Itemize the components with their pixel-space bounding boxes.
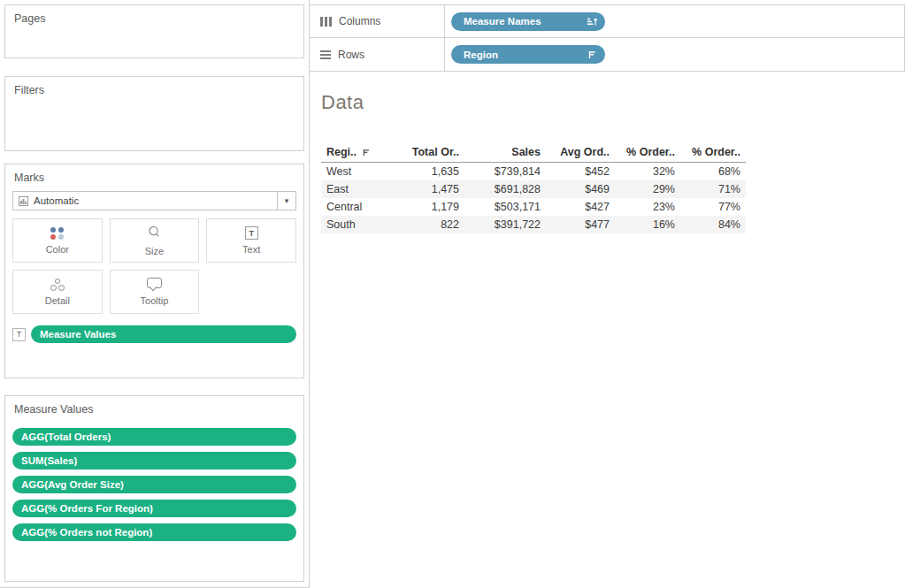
table-cell[interactable]: 1,475 [388,180,464,198]
sort-ascending-icon[interactable] [587,17,597,27]
table-cell[interactable]: $503,171 [464,198,546,216]
table-cell[interactable]: $477 [546,216,615,233]
table-header-cell[interactable]: % Order.. [680,144,746,163]
measure-values-label: Measure Values [5,396,303,428]
text-encoding-row: T Measure Values [12,325,296,343]
rows-shelf-label: Rows [310,38,445,71]
table-header-cell[interactable]: Avg Ord.. [546,144,615,163]
measure-value-pill[interactable]: AGG(% Orders For Region) [12,500,296,517]
pages-label: Pages [5,5,303,25]
rows-shelf: Rows Region [310,38,905,72]
marks-label: Marks [5,164,303,184]
size-icon [148,225,160,241]
text-icon: T [245,226,258,240]
table-header-cell[interactable]: % Order.. [615,144,680,163]
mark-type-value: Automatic [28,195,277,206]
table-cell[interactable]: 822 [388,216,464,233]
table-header-cell-region[interactable]: Regi.. [321,144,388,163]
sheet-title: Data [321,91,905,114]
dropdown-arrow-icon[interactable]: ▾ [277,192,295,210]
table-header-cell[interactable]: Total Or.. [388,144,464,163]
sort-icon[interactable] [363,149,371,157]
table-cell[interactable]: 16% [615,216,680,233]
tooltip-button[interactable]: Tooltip [110,270,200,314]
data-table: Regi.. Total Or.. Sales Avg Ord.. % Orde… [321,144,746,233]
pages-shelf[interactable]: Pages [4,4,304,58]
sort-icon[interactable] [588,50,597,59]
tableau-workspace: Pages Filters Marks Automatic ▾ Color [0,0,905,588]
size-button[interactable]: Size [110,218,200,263]
pill-label: Measure Names [464,16,541,27]
measure-value-pill[interactable]: AGG(Avg Order Size) [12,476,296,493]
table-cell[interactable]: $452 [546,163,615,181]
columns-shelf-drop-zone[interactable]: Measure Names [445,5,904,37]
text-encoding-icon: T [12,328,26,341]
sheet-canvas: Data Regi.. [310,72,905,588]
table-cell[interactable]: $691,828 [464,180,546,198]
text-button[interactable]: T Text [206,218,296,263]
table-cell[interactable]: Central [321,198,388,216]
table-cell[interactable]: South [321,216,388,233]
table-cell[interactable]: 32% [615,163,680,181]
filters-shelf[interactable]: Filters [4,76,304,151]
table-row: Central 1,179 $503,171 $427 23% 77% [321,198,746,216]
filters-label: Filters [5,77,303,96]
table-row: West 1,635 $739,814 $452 32% 68% [321,163,746,181]
columns-shelf-label: Columns [310,5,445,37]
table-cell[interactable]: $391,722 [464,216,546,233]
table-cell[interactable]: 68% [680,163,746,181]
measure-names-pill[interactable]: Measure Names [451,12,605,31]
measure-value-pill[interactable]: AGG(% Orders not Region) [12,523,296,541]
table-cell[interactable]: $427 [546,198,615,216]
tooltip-icon [147,278,162,288]
table-cell[interactable]: East [321,180,388,198]
columns-icon [320,17,332,27]
measure-value-pill[interactable]: SUM(Sales) [12,452,296,470]
table-row: East 1,475 $691,828 $469 29% 71% [321,180,746,198]
detail-icon [50,279,65,291]
marks-button-grid: Color Size T Text Detai [12,218,296,314]
measure-values-pill[interactable]: Measure Values [31,325,296,343]
mark-type-dropdown[interactable]: Automatic ▾ [12,191,296,210]
table-cell[interactable]: 71% [680,180,746,198]
region-pill[interactable]: Region [451,45,605,64]
table-cell[interactable]: 23% [615,198,680,216]
table-header-cell[interactable]: Sales [464,144,546,163]
marks-card: Marks Automatic ▾ Color Size [4,164,304,378]
table-cell[interactable]: West [321,163,388,181]
automatic-mark-icon [19,196,28,206]
columns-shelf: Columns Measure Names [310,4,905,38]
table-header-row: Regi.. Total Or.. Sales Avg Ord.. % Orde… [321,144,746,163]
measure-value-pill[interactable]: AGG(Total Orders) [12,428,296,446]
table-cell[interactable]: $739,814 [464,163,546,181]
table-cell[interactable]: 84% [680,216,746,233]
table-cell[interactable]: $469 [546,180,615,198]
table-cell[interactable]: 29% [615,180,680,198]
table-cell[interactable]: 1,635 [388,163,464,181]
table-row: South 822 $391,722 $477 16% 84% [321,216,746,233]
main-area: Columns Measure Names Rows Region [310,0,905,588]
rows-shelf-drop-zone[interactable]: Region [445,38,904,71]
pill-label: Region [464,50,498,60]
table-cell[interactable]: 1,179 [388,198,464,216]
measure-values-card: Measure Values AGG(Total Orders) SUM(Sal… [4,395,304,582]
sidebar: Pages Filters Marks Automatic ▾ Color [0,0,310,588]
color-button[interactable]: Color [12,218,103,263]
table-cell[interactable]: 77% [680,198,746,216]
color-icon [50,227,64,240]
detail-button[interactable]: Detail [12,270,103,314]
rows-icon [320,50,331,59]
